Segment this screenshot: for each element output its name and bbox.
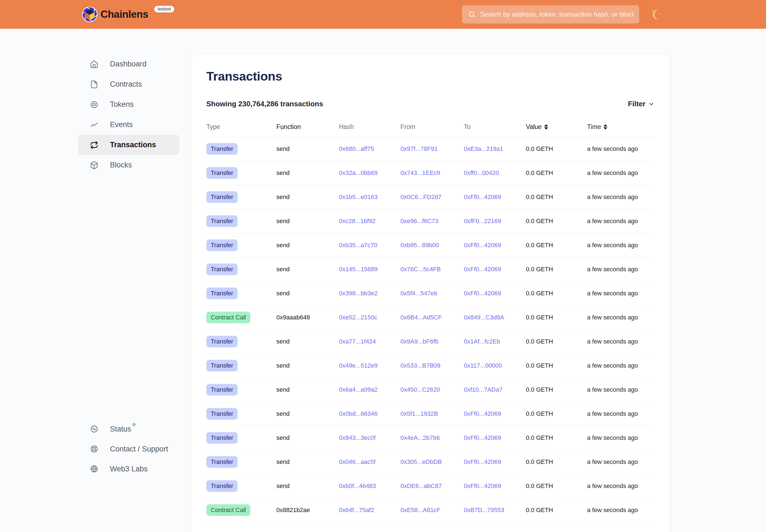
tx-hash-link[interactable]: 0x145...15689: [339, 266, 377, 273]
tx-hash-link[interactable]: 0x32a...0bb69: [339, 169, 377, 177]
transaction-row: Transfersend0xb35...a7c700xb95...89b000x…: [206, 233, 654, 257]
tx-hash-link[interactable]: 0x680...aff75: [339, 145, 374, 153]
function-label: send: [276, 434, 339, 441]
type-badge: Transfer: [206, 143, 238, 155]
tx-hash-link[interactable]: 0x6a4...a09a2: [339, 386, 377, 393]
page-title: Transactions: [206, 69, 654, 84]
function-label: send: [276, 410, 339, 417]
to-address-link[interactable]: 0xFf0...42069: [464, 266, 501, 273]
from-address-link[interactable]: 0xe96...f6C73: [401, 218, 439, 225]
to-address-link[interactable]: 0xfF0...22169: [464, 218, 501, 225]
value-label: 0.0 GETH: [526, 218, 587, 225]
from-address-link[interactable]: 0x0C6...FD2d7: [401, 193, 442, 201]
sidebar-item-dashboard[interactable]: Dashboard: [78, 54, 179, 74]
to-address-link[interactable]: 0xFf0...42069: [464, 290, 501, 297]
transaction-row: Transfersend0x145...156890x76C...5c4FB0x…: [206, 257, 654, 282]
tx-hash-link[interactable]: 0xb35...a7c70: [339, 242, 377, 249]
to-address-link[interactable]: 0xB7D...79553: [464, 507, 504, 514]
value-label: 0.0 GETH: [526, 338, 587, 345]
sidebar-item-label: Transactions: [110, 141, 156, 149]
sidebar-item-blocks[interactable]: Blocks: [78, 155, 179, 175]
tx-hash-link[interactable]: 0x398...bb3e2: [339, 290, 377, 297]
from-address-link[interactable]: 0x4eA...2b7b6: [401, 434, 440, 441]
to-address-link[interactable]: 0x117...00000: [464, 362, 502, 369]
filter-button[interactable]: Filter: [628, 100, 654, 108]
sidebar-item-contracts[interactable]: Contracts: [78, 74, 179, 94]
tx-hash-link[interactable]: 0x49e...512e9: [339, 362, 377, 369]
theme-toggle-moon-icon[interactable]: [650, 8, 663, 21]
chainlens-logo[interactable]: Chainlens testnet: [82, 0, 174, 29]
sidebar-item-label: Web3 Labs: [110, 465, 148, 473]
sidebar-item-events[interactable]: Events: [78, 115, 179, 135]
sort-icon[interactable]: [604, 124, 607, 130]
from-address-link[interactable]: 0x533...B7B09: [401, 362, 440, 369]
tx-hash-link[interactable]: 0xa77...1f424: [339, 338, 376, 345]
to-address-link[interactable]: 0xE3a...219a1: [464, 145, 503, 153]
search-input[interactable]: [462, 5, 639, 24]
tx-hash-link[interactable]: 0x0bd...66346: [339, 410, 377, 417]
from-address-link[interactable]: 0x97f...78F91: [401, 145, 438, 153]
from-address-link[interactable]: 0x450...C2620: [401, 386, 440, 393]
sidebar-item-web3-labs[interactable]: Web3 Labs: [78, 459, 179, 479]
to-address-link[interactable]: 0xFf0...42069: [464, 482, 501, 490]
from-address-link[interactable]: 0x6B4...Ad5CF: [401, 314, 442, 321]
globe-icon: [90, 465, 98, 473]
sort-icon[interactable]: [544, 124, 548, 130]
to-address-link[interactable]: 0xFf0...42069: [464, 410, 501, 417]
activity-icon: [90, 425, 98, 433]
tx-hash-link[interactable]: 0xe52...2150c: [339, 314, 377, 321]
from-address-link[interactable]: 0xDE6...abC87: [401, 482, 442, 490]
search-icon: [468, 11, 476, 18]
function-label: send: [276, 290, 339, 297]
time-label: a few seconds ago: [587, 145, 654, 153]
function-label: send: [276, 482, 339, 490]
type-badge: Transfer: [206, 384, 238, 396]
to-address-link[interactable]: 0xFf0...42069: [464, 458, 501, 466]
tx-hash-link[interactable]: 0xb0f...46483: [339, 482, 376, 490]
transaction-row: Transfersend0x32a...0bb690x743...1EEc90x…: [206, 161, 654, 185]
column-header-value[interactable]: Value: [526, 123, 587, 131]
from-address-link[interactable]: 0x5f4...547eb: [401, 290, 437, 297]
value-label: 0.0 GETH: [526, 242, 587, 249]
search-box: [462, 5, 639, 24]
from-address-link[interactable]: 0xE58...A81cF: [401, 507, 440, 514]
tx-hash-link[interactable]: 0x64f...75af2: [339, 507, 374, 514]
tx-hash-link[interactable]: 0x843...3ec0f: [339, 434, 375, 441]
time-label: a few seconds ago: [587, 410, 654, 417]
from-address-link[interactable]: 0x76C...5c4FB: [401, 266, 441, 273]
to-address-link[interactable]: 0x1Af...fc2Eb: [464, 338, 500, 345]
transaction-row: Transfersend0x49e...512e90x533...B7B090x…: [206, 354, 654, 378]
to-address-link[interactable]: 0xFf0...42069: [464, 242, 501, 249]
sidebar-item-transactions[interactable]: Transactions: [78, 135, 179, 155]
lifebuoy-icon: [90, 445, 98, 453]
from-address-link[interactable]: 0x305...eDbDB: [401, 458, 442, 466]
tx-hash-link[interactable]: 0x1b5...e0163: [339, 193, 377, 201]
transaction-row: Transfersend0x843...3ec0f0x4eA...2b7b60x…: [206, 426, 654, 450]
transaction-row: Contract Call0x8821b2ae0x64f...75af20xE5…: [206, 498, 654, 522]
tx-hash-link[interactable]: 0xc28...1bf92: [339, 218, 375, 225]
from-address-link[interactable]: 0x5f1...1932B: [401, 410, 438, 417]
sidebar-item-tokens[interactable]: Tokens: [78, 94, 179, 115]
type-badge: Transfer: [206, 239, 238, 251]
value-label: 0.0 GETH: [526, 458, 587, 466]
sidebar-item-status[interactable]: Status: [78, 419, 179, 439]
from-address-link[interactable]: 0xb95...89b00: [401, 242, 439, 249]
from-address-link[interactable]: 0x743...1EEc9: [401, 169, 440, 177]
to-address-link[interactable]: 0xff0...00420: [464, 169, 499, 177]
from-address-link[interactable]: 0x9A9...bF6fb: [401, 338, 439, 345]
tx-hash-link[interactable]: 0x046...aac5f: [339, 458, 375, 466]
column-header-time[interactable]: Time: [587, 123, 654, 131]
transactions-card: Transactions Showing 230,764,286 transac…: [191, 54, 670, 532]
to-address-link[interactable]: 0xFf0...42069: [464, 193, 501, 201]
sidebar-item-label: Tokens: [110, 101, 134, 108]
to-address-link[interactable]: 0xf10...7ADa7: [464, 386, 502, 393]
sidebar-item-contact-support[interactable]: Contact / Support: [78, 439, 179, 459]
to-address-link[interactable]: 0xFf0...42069: [464, 434, 501, 441]
type-badge: Transfer: [206, 167, 238, 179]
type-badge: Transfer: [206, 408, 238, 420]
brand-name: Chainlens: [100, 9, 148, 20]
type-badge: Transfer: [206, 215, 238, 227]
to-address-link[interactable]: 0x849...C3d8A: [464, 314, 504, 321]
value-label: 0.0 GETH: [526, 362, 587, 369]
time-label: a few seconds ago: [587, 362, 654, 369]
